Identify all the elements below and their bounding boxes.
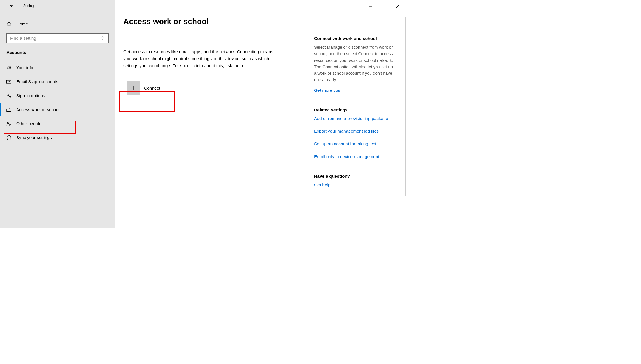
connect-label: Connect bbox=[144, 86, 160, 91]
search-input[interactable]: Find a setting bbox=[6, 33, 109, 43]
right-panel: Connect with work and school Select Mana… bbox=[314, 18, 398, 191]
search-icon bbox=[101, 36, 105, 41]
sidebar-item-work-school[interactable]: Access work or school bbox=[0, 103, 109, 117]
right-connect-desc: Select Manage or disconnect from work or… bbox=[314, 44, 395, 83]
nav-label: Other people bbox=[16, 121, 41, 126]
related-link-export-logs[interactable]: Export your management log files bbox=[314, 128, 395, 134]
svg-point-7 bbox=[7, 66, 8, 67]
sidebar-item-email[interactable]: Email & app accounts bbox=[0, 75, 109, 89]
nav-list: Your info Email & app accounts Sign-in o… bbox=[0, 61, 109, 145]
home-icon bbox=[6, 22, 11, 27]
related-heading: Related settings bbox=[314, 107, 395, 112]
window-title: Settings bbox=[23, 4, 35, 8]
titlebar: Settings bbox=[0, 0, 115, 11]
sidebar-item-other-people[interactable]: Other people bbox=[0, 117, 109, 131]
related-link-enroll[interactable]: Enroll only in device management bbox=[314, 153, 395, 160]
search-placeholder: Find a setting bbox=[10, 36, 36, 41]
page-description: Get access to resources like email, apps… bbox=[123, 48, 280, 69]
sidebar-item-sync[interactable]: Sync your settings bbox=[0, 131, 109, 145]
person-list-icon bbox=[6, 65, 11, 70]
home-nav[interactable]: Home bbox=[6, 19, 109, 30]
nav-label: Email & app accounts bbox=[16, 79, 58, 84]
key-icon bbox=[6, 93, 11, 98]
tips-link[interactable]: Get more tips bbox=[314, 88, 340, 93]
home-label: Home bbox=[17, 22, 28, 27]
briefcase-icon bbox=[6, 107, 11, 112]
settings-window: Settings Home Find a setting Accounts Yo… bbox=[0, 0, 407, 228]
back-button[interactable] bbox=[9, 3, 14, 9]
main-pane: Access work or school Get access to reso… bbox=[115, 0, 407, 228]
nav-label: Sync your settings bbox=[16, 135, 52, 140]
svg-point-14 bbox=[7, 122, 9, 124]
svg-point-12 bbox=[7, 94, 9, 96]
related-link-provisioning[interactable]: Add or remove a provisioning package bbox=[314, 115, 395, 122]
people-icon bbox=[6, 121, 11, 126]
scrollbar[interactable] bbox=[405, 17, 406, 196]
section-label: Accounts bbox=[6, 49, 109, 58]
sync-icon bbox=[6, 135, 11, 140]
nav-label: Your info bbox=[16, 65, 33, 70]
sidebar-item-your-info[interactable]: Your info bbox=[0, 61, 109, 75]
content-wrap: Settings Home Find a setting Accounts Yo… bbox=[0, 0, 407, 228]
svg-point-5 bbox=[101, 37, 104, 39]
svg-line-6 bbox=[101, 39, 101, 40]
connect-button[interactable]: Connect bbox=[123, 78, 178, 99]
sidebar-item-signin[interactable]: Sign-in options bbox=[0, 89, 109, 103]
right-connect-heading: Connect with work and school bbox=[314, 36, 395, 41]
related-link-tests[interactable]: Set up an account for taking tests bbox=[314, 140, 395, 147]
question-heading: Have a question? bbox=[314, 174, 395, 179]
help-link[interactable]: Get help bbox=[314, 182, 331, 187]
page-title: Access work or school bbox=[123, 17, 297, 26]
plus-icon bbox=[127, 81, 140, 95]
mail-icon bbox=[6, 79, 11, 84]
nav-label: Access work or school bbox=[16, 107, 59, 112]
nav-label: Sign-in options bbox=[16, 93, 45, 98]
sidebar: Settings Home Find a setting Accounts Yo… bbox=[0, 0, 115, 228]
